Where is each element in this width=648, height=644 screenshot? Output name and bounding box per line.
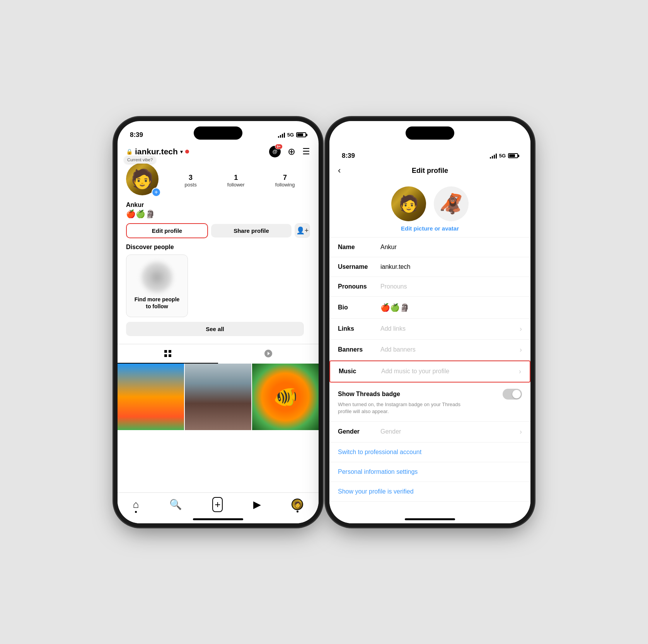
bio-label: Bio	[338, 304, 380, 311]
links-row[interactable]: Links Add links ›	[329, 319, 530, 340]
name-value: Ankur	[380, 244, 522, 251]
following-count: 7	[283, 174, 287, 182]
links-label: Links	[338, 325, 380, 332]
nav-home[interactable]: ⌂	[133, 499, 139, 511]
username-text: iankur.tech	[135, 147, 178, 156]
edit-profile-header: ‹ Edit profile	[329, 163, 530, 179]
status-icons-1: 5G	[278, 132, 306, 138]
banners-label: Banners	[338, 346, 380, 353]
network-type-1: 5G	[287, 132, 294, 138]
menu-icon[interactable]: ☰	[302, 147, 310, 157]
username-row[interactable]: 🔒 iankur.tech ▾	[126, 147, 189, 156]
username-value: iankur.tech	[380, 263, 522, 270]
grid-tab[interactable]	[118, 344, 218, 364]
chevron-down-icon: ▾	[180, 149, 183, 155]
avatar-section: 🧑 🦧 Edit picture or avatar	[329, 179, 530, 237]
photo-grid: 🐠	[118, 364, 319, 430]
nav-add[interactable]: +	[212, 497, 223, 512]
grid-tabs	[118, 344, 319, 364]
posts-stat[interactable]: 3 posts	[185, 174, 197, 188]
posts-count: 3	[189, 174, 193, 182]
name-label: Name	[338, 244, 380, 251]
personal-info-link[interactable]: Personal information settings	[329, 462, 530, 482]
status-time-1: 8:39	[130, 131, 143, 139]
name-row[interactable]: Name Ankur	[329, 237, 530, 257]
grid-icon	[163, 349, 172, 358]
status-bar-2: 8:39 5G	[329, 142, 530, 163]
photo-cell-1[interactable]	[118, 364, 184, 430]
blurred-avatar	[142, 262, 172, 293]
edit-profile-title: Edit profile	[412, 167, 448, 175]
profile-active-dot	[297, 511, 298, 512]
nav-profile[interactable]: 🧑	[292, 499, 303, 510]
banners-row[interactable]: Banners Add banners ›	[329, 340, 530, 360]
edit-profile-button[interactable]: Edit profile	[126, 223, 208, 238]
lock-icon: 🔒	[126, 149, 133, 155]
threads-icon[interactable]: @ 9+	[269, 146, 281, 157]
threads-badge-toggle[interactable]	[503, 389, 522, 400]
followers-stat[interactable]: 1 follower	[227, 174, 245, 188]
profile-stats-row: Current vibe? 🧑 + 3 posts 1 follower 7 f…	[118, 161, 319, 198]
music-value: Add music to your profile	[381, 368, 516, 375]
see-all-button[interactable]: See all	[126, 322, 304, 336]
dynamic-island-1	[194, 126, 242, 140]
share-profile-button[interactable]: Share profile	[211, 224, 292, 237]
battery-fill-1	[297, 133, 303, 136]
gender-value: Gender	[380, 428, 517, 435]
music-label: Music	[339, 368, 381, 375]
verified-link[interactable]: Show your profile is verified	[329, 482, 530, 502]
photo-cell-2[interactable]	[185, 364, 251, 430]
add-people-button[interactable]: 👤+	[295, 223, 310, 238]
nav-reels[interactable]: ▶	[253, 499, 261, 511]
bio-row[interactable]: Bio 🍎🍏🗿	[329, 297, 530, 319]
add-story-button[interactable]: +	[152, 188, 161, 197]
discover-card-text: Find more people to follow	[133, 296, 181, 310]
nav-search[interactable]: 🔍	[169, 499, 182, 511]
banners-value: Add banners	[380, 346, 517, 353]
cartoon-avatar[interactable]: 🦧	[434, 186, 469, 221]
username-label: Username	[338, 263, 380, 270]
phone-1: 8:39 5G 🔒 iankur.tech ▾	[118, 121, 319, 523]
tag-icon	[264, 349, 273, 358]
home-icon: ⌂	[133, 499, 139, 511]
username-row[interactable]: Username iankur.tech	[329, 257, 530, 277]
discover-card[interactable]: Find more people to follow	[126, 255, 188, 317]
phone-2: 8:39 5G ‹ Edit profile 🧑	[329, 121, 530, 523]
discover-section: Discover people Find more people to foll…	[118, 242, 319, 340]
music-row[interactable]: Music Add music to your profile ›	[329, 360, 530, 383]
notification-badge: 9+	[275, 144, 283, 149]
avatar-container[interactable]: Current vibe? 🧑 +	[126, 163, 162, 198]
pronouns-label: Pronouns	[338, 283, 380, 290]
gender-row[interactable]: Gender Gender ›	[329, 422, 530, 442]
add-post-icon[interactable]: ⊕	[288, 146, 295, 157]
nav-profile-avatar: 🧑	[292, 499, 303, 510]
status-time-2: 8:39	[342, 152, 355, 160]
dynamic-island-2	[406, 126, 454, 140]
battery-icon-2	[508, 153, 518, 158]
followers-count: 1	[234, 174, 238, 182]
battery-icon-1	[296, 132, 306, 137]
following-label: following	[275, 182, 295, 188]
home-indicator-1	[193, 518, 243, 520]
back-button[interactable]: ‹	[338, 166, 341, 176]
threads-badge-header: Show Threads badge	[338, 389, 522, 400]
music-chevron: ›	[519, 367, 521, 376]
gender-label: Gender	[338, 428, 380, 435]
following-stat[interactable]: 7 following	[275, 174, 295, 188]
add-icon: +	[212, 497, 223, 512]
reels-icon: ▶	[253, 499, 261, 511]
avatars-row: 🧑 🦧	[391, 186, 469, 221]
photo-cell-3[interactable]: 🐠	[252, 364, 319, 430]
tagged-tab[interactable]	[218, 344, 319, 364]
professional-account-link[interactable]: Switch to professional account	[329, 442, 530, 462]
pronouns-row[interactable]: Pronouns Pronouns	[329, 277, 530, 297]
phone2-screen: 8:39 5G ‹ Edit profile 🧑	[329, 121, 530, 523]
banners-chevron: ›	[520, 346, 522, 354]
status-icons-2: 5G	[490, 153, 518, 159]
search-icon: 🔍	[169, 499, 182, 511]
network-type-2: 5G	[499, 153, 506, 159]
discover-title: Discover people	[126, 244, 310, 251]
edit-picture-link[interactable]: Edit picture or avatar	[401, 225, 459, 232]
current-vibe-bubble: Current vibe?	[124, 156, 156, 164]
main-avatar[interactable]: 🧑	[391, 186, 426, 221]
